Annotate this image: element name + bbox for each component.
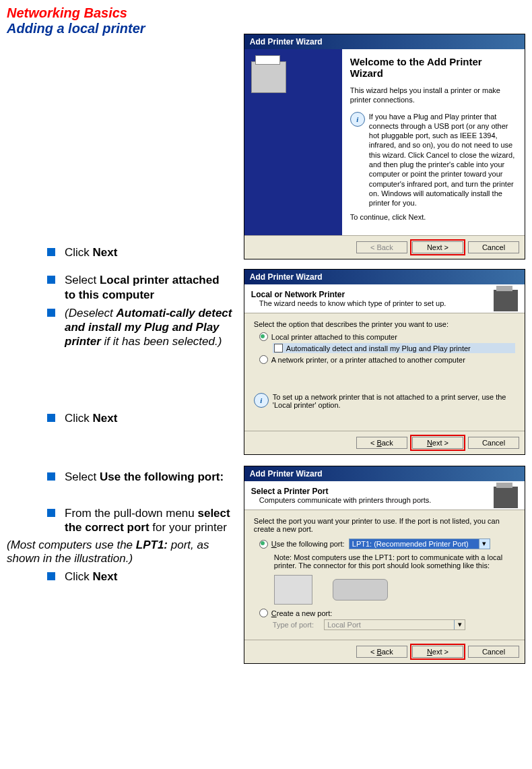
radio-icon [259,332,268,341]
wizard-2: Add Printer Wizard Local or Network Prin… [244,269,525,455]
bullet-icon [47,509,55,517]
printer-illustration-icon [274,575,312,605]
header-subtitle: The wizard needs to know which type of p… [259,299,518,307]
note-lpt1: (Most computers use the LPT1: port, as s… [7,539,244,565]
button-bar: < Back Next > Cancel [244,431,525,454]
wizard-titlebar: Add Printer Wizard [244,34,525,49]
step-click-next-1: Click Next [47,245,244,259]
bullet-icon [47,309,55,317]
cancel-button[interactable]: Cancel [468,437,519,449]
welcome-intro: This wizard helps you install a printer … [350,86,517,105]
back-button[interactable]: < Back [356,437,407,449]
back-button: < Back [356,241,407,253]
step-select-port: Select Use the following port: [47,470,244,484]
chevron-down-icon: ▾ [454,620,465,629]
bullet-icon [47,276,55,284]
radio-network-printer[interactable]: A network printer, or a printer attached… [259,355,515,364]
radio-use-following-port[interactable]: Use the following port: LPT1: (Recommend… [259,539,515,549]
header-subtitle: Computers communicate with printers thro… [259,496,518,504]
info-text: If you have a Plug and Play printer that… [369,112,517,208]
bullet-icon [47,248,55,256]
radio-icon [259,355,268,364]
welcome-title: Welcome to the Add Printer Wizard [350,56,517,79]
printer-icon [251,61,286,93]
continue-text: To continue, click Next. [350,212,517,222]
radio-icon [259,609,268,617]
header-title: Select a Printer Port [251,487,518,496]
chevron-down-icon: ▾ [479,539,490,549]
printer-icon [494,290,518,311]
header-title: Local or Network Printer [251,290,518,299]
radio-label: Create a new port: [271,609,333,617]
port-note: Note: Most computers use the LPT1: port … [274,553,515,570]
page-heading-1: Networking Basics [7,5,525,21]
button-bar: < Back Next > Cancel [244,235,525,259]
wizard-1: Add Printer Wizard Welcome to the Add Pr… [244,34,525,259]
radio-local-printer[interactable]: Local printer attached to this computer [259,332,515,341]
info-text: To set up a network printer that is not … [273,393,515,409]
cancel-button[interactable]: Cancel [468,241,519,253]
wizard-titlebar: Add Printer Wizard [244,270,525,284]
radio-label: A network printer, or a printer attached… [271,356,465,364]
prompt-text: Select the port you want your printer to… [254,517,515,533]
checkbox-icon [274,344,283,352]
radio-create-new-port[interactable]: Create a new port: [259,609,515,617]
checkbox-label: Automatically detect and install my Plug… [286,344,471,352]
step-select-local: Select Local printer attached to this co… [47,273,244,302]
type-of-port-label: Type of port: [273,621,314,629]
bullet-icon [47,572,55,580]
printer-icon [494,487,518,508]
wizard-titlebar: Add Printer Wizard [244,466,525,481]
button-bar: < Back Next > Cancel [244,640,525,663]
info-icon: i [254,393,269,408]
prompt-text: Select the option that describes the pri… [254,320,515,328]
step-click-next-2: Click Next [47,411,244,425]
bullet-icon [47,414,55,422]
radio-label: Use the following port: [271,540,345,548]
checkbox-autodetect[interactable]: Automatically detect and install my Plug… [273,343,515,353]
wizard-3: Add Printer Wizard Select a Printer Port… [244,466,525,664]
info-icon: i [350,112,365,127]
step-pulldown-port: From the pull-down menu select the corre… [47,506,244,535]
connector-illustration-icon [333,579,388,601]
port-illustration [274,575,515,605]
next-button[interactable]: Next > [412,437,463,449]
step-click-next-3: Click Next [47,570,244,584]
back-button[interactable]: < Back [356,646,407,658]
radio-label: Local printer attached to this computer [271,333,397,341]
radio-icon [259,540,268,549]
next-button[interactable]: Next > [412,646,463,658]
wizard-sidebar-graphic [244,49,342,235]
port-type-combobox: Local Port▾ [324,619,465,630]
port-combobox[interactable]: LPT1: (Recommended Printer Port)▾ [349,539,490,549]
step-deselect-autodetect: (Deselect Automati-cally detect and inst… [47,306,244,349]
next-button[interactable]: Next > [412,241,463,253]
bullet-icon [47,472,55,481]
cancel-button[interactable]: Cancel [468,646,519,658]
